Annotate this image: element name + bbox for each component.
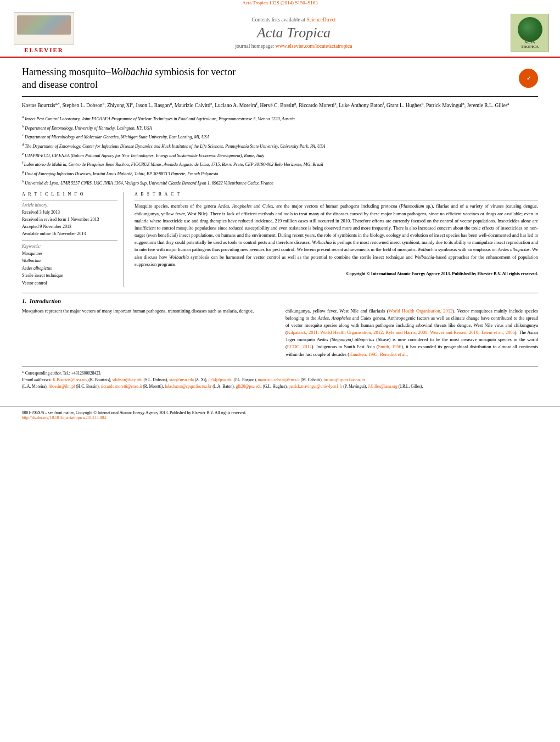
issn-line: 0001-706X/$ – see front matter, Copyrigh… (22, 410, 538, 415)
abstract-divider (135, 200, 538, 200)
corresponding-author-note: * Corresponding author. Tel.: +431260002… (22, 370, 538, 377)
article-info-column: A R T I C L E I N F O Article history: R… (22, 192, 124, 287)
keyword-3: Aedes albopictus (22, 265, 117, 272)
main-content: Harnessing mosquito–Wolbachia symbiosis … (0, 58, 560, 401)
journal-ref-text: Acta Tropica 132S (2014) S150–S163 (242, 0, 318, 5)
affiliation-h: h Université de Lyon, UMR 5557 CNRS, USC… (22, 178, 538, 187)
accepted-date: Accepted 9 November 2013 (22, 224, 117, 231)
elsevier-tree-image (14, 12, 74, 45)
acta-logo-text: ACTATROPICA (521, 41, 539, 49)
journal-reference: Acta Tropica 132S (2014) S150–S163 (0, 0, 560, 5)
acta-tropica-logo: ACTATROPICA (511, 14, 549, 52)
abstract-text: Mosquito species, members of the genera … (135, 203, 538, 268)
homepage-label: journal homepage: (235, 43, 274, 49)
keyword-5: Vector control (22, 280, 117, 287)
authors-line: Kostas Bourtzisa,*, Stephen L. Dobsonb, … (22, 101, 538, 110)
article-dates: Received 3 July 2013 Received in revised… (22, 209, 117, 237)
available-date: Available online 16 November 2013 (22, 231, 117, 238)
elsevier-logo-container: ELSEVIER (11, 12, 77, 53)
keyword-1: Mosquitoes (22, 250, 117, 258)
affiliation-e: e UTAPRI-ECO, CR ENEA (Italian National … (22, 151, 538, 159)
affiliation-d: d The Department of Entomology, Center f… (22, 142, 538, 150)
keywords-section: Keywords: Mosquitoes Wolbachia Aedes alb… (22, 244, 117, 287)
doi-line: http://dx.doi.org/10.1016/j.actatropica.… (22, 415, 538, 420)
homepage-url[interactable]: www.elsevier.com/locate/actatropica (276, 43, 352, 49)
introduction-title: 1. Introduction (22, 298, 538, 304)
abstract-column: A B S T R A C T Mosquito species, member… (135, 192, 538, 287)
info-abstract-section: A R T I C L E I N F O Article history: R… (22, 192, 538, 287)
article-title-section: Harnessing mosquito–Wolbachia symbiosis … (22, 66, 538, 97)
article-title: Harnessing mosquito–Wolbachia symbiosis … (22, 66, 513, 92)
copyright-text: Copyright © International Atomic Energy … (346, 271, 538, 276)
intro-left-text: Mosquitoes represent the major vectors o… (22, 308, 275, 315)
affiliation-a: a Insect Pest Control Laboratory, Joint … (22, 114, 538, 122)
article-info-header: A R T I C L E I N F O (22, 192, 117, 197)
bottom-bar: 0001-706X/$ – see front matter, Copyrigh… (0, 406, 560, 423)
abstract-header: A B S T R A C T (135, 192, 538, 197)
intro-right-text: chikungunya, yellow fever, West Nile and… (285, 308, 538, 358)
info-divider-2 (22, 240, 117, 241)
revised-date: Received in revised form 1 November 2013 (22, 216, 117, 224)
email-addresses-note: E-mail addresses: K.Bourtzis@iaea.org (K… (22, 377, 538, 390)
issn-text: 0001-706X/$ – see front matter, Copyrigh… (22, 410, 247, 415)
keywords-label: Keywords: (22, 244, 117, 249)
keywords-list: Mosquitoes Wolbachia Aedes albopictus St… (22, 250, 117, 287)
footnotes-section: * Corresponding author. Tel.: +431260002… (22, 366, 538, 390)
page: Acta Tropica 132S (2014) S150–S163 ELSEV… (0, 0, 560, 742)
affiliation-f: f Laboratório de Malária, Centro de Pesq… (22, 160, 538, 168)
sciencedirect-link[interactable]: ScienceDirect (306, 17, 335, 23)
crossmark-logo: ✓ (519, 69, 538, 88)
introduction-body: Mosquitoes represent the major vectors o… (22, 308, 538, 358)
journal-homepage-line: journal homepage: www.elsevier.com/locat… (88, 43, 500, 49)
doi-link[interactable]: http://dx.doi.org/10.1016/j.actatropica.… (22, 415, 106, 420)
copyright-notice: Copyright © International Atomic Energy … (135, 271, 538, 276)
contents-note: Contents lists available at (251, 17, 305, 23)
intro-left-col: Mosquitoes represent the major vectors o… (22, 308, 275, 358)
journal-name: Acta Tropica (88, 25, 500, 41)
affiliation-c: c Department of Microbiology and Molecul… (22, 132, 538, 141)
history-label: Article history: (22, 203, 117, 208)
elsevier-brand: ELSEVIER (24, 47, 64, 53)
journal-header: ELSEVIER Contents lists available at Sci… (0, 8, 560, 58)
info-divider-1 (22, 200, 117, 200)
header-center: Contents lists available at ScienceDirec… (77, 17, 511, 49)
affiliation-b: b Department of Entomology, University o… (22, 124, 538, 132)
affiliation-g: g Unit of Emerging Infectious Diseases, … (22, 169, 538, 177)
intro-right-col: chikungunya, yellow fever, West Nile and… (285, 308, 538, 358)
keyword-2: Wolbachia (22, 257, 117, 265)
sciencedirect-line: Contents lists available at ScienceDirec… (88, 17, 500, 23)
affiliations: a Insect Pest Control Laboratory, Joint … (22, 114, 538, 186)
crossmark-check: ✓ (527, 75, 531, 81)
keyword-4: Sterile insect technique (22, 272, 117, 280)
body-divider (22, 293, 538, 293)
received-date: Received 3 July 2013 (22, 209, 117, 216)
